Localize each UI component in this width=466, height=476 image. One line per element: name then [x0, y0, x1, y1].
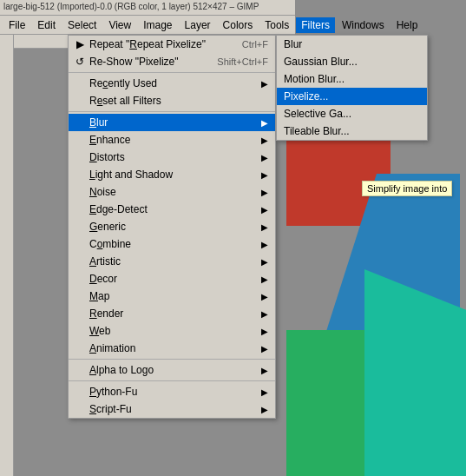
repeat-pixelize-shortcut: Ctrl+F: [225, 39, 268, 50]
menubar-item-image[interactable]: Image: [138, 17, 177, 33]
repeat-pixelize-label: Repeat "Repeat Pixelize": [89, 38, 206, 50]
repeat-icon: ▶: [72, 38, 88, 50]
menubar-item-windows[interactable]: Windows: [337, 17, 390, 33]
submenu-item-selective-gaussian-blur[interactable]: Selective Ga...: [277, 105, 427, 122]
titlebar: large-big-512 (Imported)-0.0 (RGB color,…: [0, 0, 295, 16]
separator-4: [69, 380, 275, 381]
filters-dropdown-menu: ▶ Repeat "Repeat Pixelize" Ctrl+F ↺ Re-S…: [68, 35, 276, 419]
tooltip-text: Simplify image into: [367, 183, 447, 194]
alpha-to-logo-arrow: ▶: [261, 366, 268, 375]
submenu-item-tileable-blur[interactable]: Tileable Blur...: [277, 122, 427, 140]
menu-item-artistic[interactable]: Artistic ▶: [69, 253, 275, 270]
menu-item-light-and-shadow[interactable]: Light and Shadow ▶: [69, 166, 275, 183]
artistic-label: Artistic: [89, 255, 121, 268]
motion-blur-label: Motion Blur...: [284, 73, 345, 85]
light-shadow-label: Light and Shadow: [89, 169, 173, 181]
noise-arrow: ▶: [261, 188, 268, 197]
script-fu-arrow: ▶: [261, 405, 268, 414]
submenu-item-blur[interactable]: Blur: [277, 36, 427, 53]
menu-item-reset-all-filters[interactable]: Reset all Filters: [69, 92, 275, 109]
menubar-item-colors[interactable]: Colors: [218, 17, 259, 33]
map-arrow: ▶: [261, 292, 268, 301]
alpha-to-logo-label: Alpha to Logo: [89, 364, 154, 376]
separator-2: [69, 111, 275, 112]
menu-item-generic[interactable]: Generic ▶: [69, 218, 275, 235]
gaussian-blur-label: Gaussian Blur...: [284, 56, 358, 68]
menubar-item-filters[interactable]: Filters: [296, 17, 335, 33]
generic-label: Generic: [89, 221, 126, 233]
ruler-vertical: [0, 35, 14, 476]
blur-submenu: Blur Gaussian Blur... Motion Blur... Pix…: [276, 35, 428, 141]
menu-item-edge-detect[interactable]: Edge-Detect ▶: [69, 201, 275, 218]
menu-item-script-fu[interactable]: Script-Fu ▶: [69, 400, 275, 418]
enhance-label: Enhance: [89, 134, 130, 146]
separator-3: [69, 359, 275, 360]
menu-item-distorts[interactable]: Distorts ▶: [69, 149, 275, 166]
generic-arrow: ▶: [261, 222, 268, 232]
menu-item-alpha-to-logo[interactable]: Alpha to Logo ▶: [69, 361, 275, 379]
reset-all-filters-label: Reset all Filters: [89, 95, 161, 107]
reshow-icon: ↺: [72, 56, 88, 68]
titlebar-text: large-big-512 (Imported)-0.0 (RGB color,…: [3, 2, 259, 11]
menubar-item-file[interactable]: File: [3, 17, 30, 33]
menu-item-render[interactable]: Render ▶: [69, 305, 275, 322]
menu-item-decor[interactable]: Decor ▶: [69, 270, 275, 288]
render-arrow: ▶: [261, 309, 268, 319]
web-arrow: ▶: [261, 327, 268, 336]
menu-item-repeat-pixelize[interactable]: ▶ Repeat "Repeat Pixelize" Ctrl+F: [69, 36, 275, 53]
map-label: Map: [89, 290, 109, 302]
enhance-arrow: ▶: [261, 136, 268, 145]
submenu-item-gaussian-blur[interactable]: Gaussian Blur...: [277, 53, 427, 70]
menubar-item-select[interactable]: Select: [62, 17, 102, 33]
reshow-pixelize-shortcut: Shift+Ctrl+F: [200, 56, 268, 67]
combine-label: Combine: [89, 238, 131, 250]
artistic-arrow: ▶: [261, 257, 268, 267]
recently-used-label: Recently Used: [89, 77, 157, 89]
edge-detect-arrow: ▶: [261, 205, 268, 215]
menu-item-noise[interactable]: Noise ▶: [69, 183, 275, 201]
reshow-pixelize-label: Re-Show "Pixelize": [89, 56, 179, 68]
animation-arrow: ▶: [261, 344, 268, 354]
decor-label: Decor: [89, 273, 117, 285]
menubar-item-layer[interactable]: Layer: [180, 17, 216, 33]
web-label: Web: [89, 325, 110, 337]
menubar-item-help[interactable]: Help: [391, 17, 423, 33]
menu-item-recently-used[interactable]: Recently Used ▶: [69, 75, 275, 92]
menubar-item-edit[interactable]: Edit: [32, 17, 61, 33]
animation-label: Animation: [89, 342, 135, 354]
submenu-item-pixelize[interactable]: Pixelize...: [277, 88, 427, 105]
separator-1: [69, 72, 275, 73]
menu-item-enhance[interactable]: Enhance ▶: [69, 131, 275, 149]
submenu-item-motion-blur[interactable]: Motion Blur...: [277, 70, 427, 88]
menu-item-combine[interactable]: Combine ▶: [69, 235, 275, 253]
distorts-arrow: ▶: [261, 153, 268, 162]
menu-item-blur[interactable]: Blur ▶: [69, 114, 275, 131]
pixelize-label: Pixelize...: [284, 90, 328, 102]
menu-item-web[interactable]: Web ▶: [69, 322, 275, 340]
noise-label: Noise: [89, 186, 116, 198]
script-fu-label: Script-Fu: [89, 403, 132, 415]
menu-item-animation[interactable]: Animation ▶: [69, 340, 275, 357]
recently-used-arrow: ▶: [261, 79, 268, 89]
distorts-label: Distorts: [89, 151, 125, 163]
menubar: File Edit Select View Image Layer Colors…: [0, 16, 295, 35]
light-shadow-arrow: ▶: [261, 170, 268, 180]
menubar-item-view[interactable]: View: [103, 17, 136, 33]
edge-detect-label: Edge-Detect: [89, 203, 148, 215]
render-label: Render: [89, 307, 123, 320]
pixelize-tooltip: Simplify image into: [362, 181, 452, 196]
decor-arrow: ▶: [261, 274, 268, 284]
menu-item-map[interactable]: Map ▶: [69, 288, 275, 305]
menubar-item-tools[interactable]: Tools: [259, 17, 294, 33]
combine-arrow: ▶: [261, 240, 268, 249]
menu-item-reshow-pixelize[interactable]: ↺ Re-Show "Pixelize" Shift+Ctrl+F: [69, 53, 275, 70]
tileable-blur-label: Tileable Blur...: [284, 125, 350, 137]
blur-arrow: ▶: [261, 118, 268, 128]
python-fu-arrow: ▶: [261, 387, 268, 397]
blur-basic-label: Blur: [284, 38, 302, 50]
python-fu-label: Python-Fu: [89, 386, 137, 398]
blur-label: Blur: [89, 116, 108, 129]
selective-gaussian-blur-label: Selective Ga...: [284, 108, 351, 120]
menu-item-python-fu[interactable]: Python-Fu ▶: [69, 383, 275, 400]
